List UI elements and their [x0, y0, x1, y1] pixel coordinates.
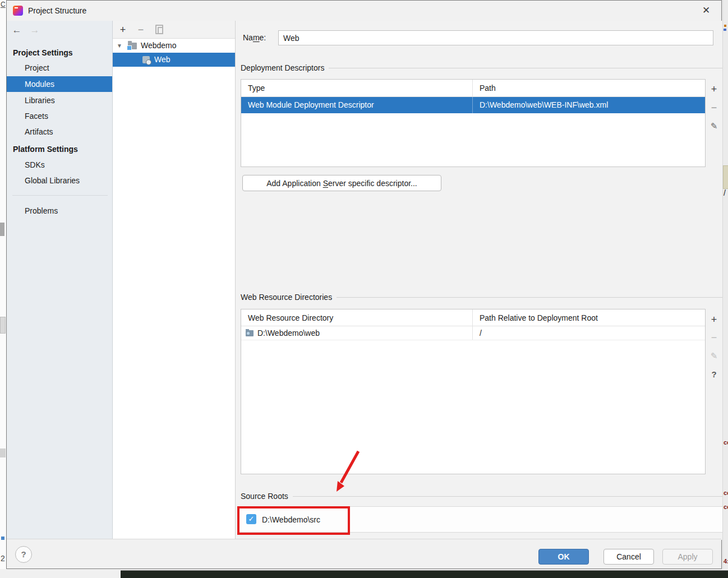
dialog-title: Project Structure	[28, 1, 86, 21]
column-header-path-relative[interactable]: Path Relative to Deployment Root	[472, 309, 705, 326]
background-taskbar	[121, 570, 728, 578]
source-root-row[interactable]: ✓ D:\Webdemo\src	[237, 506, 722, 533]
background-fragment: 2	[1, 554, 5, 563]
sidebar-item-global-libraries[interactable]: Global Libraries	[7, 173, 112, 188]
background-fragment	[0, 223, 4, 236]
cancel-button[interactable]: Cancel	[603, 549, 654, 565]
background-fragment	[0, 317, 6, 334]
background-fragment: C	[1, 1, 6, 8]
name-label: Name:	[243, 30, 266, 45]
apply-button: Apply	[662, 549, 713, 565]
background-fragment: co	[724, 503, 728, 510]
column-header-web-resource-directory[interactable]: Web Resource Directory	[241, 309, 472, 326]
background-fragment	[724, 29, 726, 31]
tree-row-web[interactable]: Web	[113, 53, 235, 67]
resource-rel-path-cell: /	[472, 326, 705, 340]
edit-descriptor-icon[interactable]: ✎	[708, 121, 720, 132]
sidebar-item-artifacts[interactable]: Artifacts	[7, 124, 112, 140]
section-rule	[293, 496, 722, 497]
resource-dir-cell: D:\Webdemo\web	[257, 329, 320, 337]
module-tree-panel: + − ▼ Webdemo Web	[113, 21, 236, 540]
source-root-path: D:\Webdemo\src	[262, 507, 320, 533]
dialog-footer: ? OK Cancel Apply	[7, 539, 721, 568]
column-header-type[interactable]: Type	[241, 80, 472, 96]
copy-module-icon[interactable]	[158, 27, 163, 34]
table-row-web-xml[interactable]: Web Module Deployment Descriptor D:\Webd…	[241, 97, 705, 113]
forward-arrow-icon: →	[29, 24, 41, 36]
dialog-titlebar: Project Structure ✕	[7, 1, 721, 21]
add-descriptor-icon[interactable]: +	[708, 84, 720, 95]
tree-row-webdemo[interactable]: ▼ Webdemo	[113, 39, 235, 53]
web-facet-icon	[142, 56, 150, 63]
source-roots-section-header: Source Roots	[241, 491, 722, 502]
tree-label-webdemo: Webdemo	[141, 39, 177, 53]
table-row-web-dir[interactable]: D:\Webdemo\web /	[241, 326, 705, 340]
module-settings-panel: Name: Deployment Descriptors Type Path W…	[236, 21, 722, 540]
chevron-down-icon[interactable]: ▼	[117, 39, 122, 53]
project-structure-dialog: Project Structure ✕ ← → Project Settings…	[6, 0, 722, 569]
sidebar-item-problems[interactable]: Problems	[7, 203, 112, 219]
web-resource-directories-table: Web Resource Directory Path Relative to …	[241, 309, 706, 474]
remove-descriptor-icon[interactable]: −	[708, 102, 720, 113]
section-title: Web Resource Directories	[241, 293, 337, 302]
background-fragment: 4:	[724, 558, 728, 565]
tree-label-web: Web	[154, 53, 171, 67]
table-header-row: Web Resource Directory Path Relative to …	[241, 309, 705, 326]
section-rule	[329, 68, 722, 68]
sidebar-item-modules[interactable]: Modules	[7, 76, 112, 92]
column-header-path[interactable]: Path	[472, 80, 705, 96]
web-folder-icon	[246, 330, 254, 336]
deployment-descriptors-table: Type Path Web Module Deployment Descript…	[241, 79, 706, 167]
section-title: Deployment Descriptors	[241, 63, 329, 72]
table-header-row: Type Path	[241, 80, 705, 97]
source-root-checkbox[interactable]: ✓	[246, 514, 256, 524]
background-fragment: co	[724, 439, 728, 446]
background-fragment	[0, 448, 6, 457]
remove-resource-dir-icon[interactable]: −	[708, 332, 720, 343]
add-resource-dir-icon[interactable]: +	[708, 314, 720, 325]
sidebar-item-sdks[interactable]: SDKs	[7, 157, 112, 173]
module-name-input[interactable]	[278, 30, 713, 45]
sidebar-header-project-settings: Project Settings	[7, 47, 112, 58]
sidebar-separator	[12, 195, 108, 196]
background-left-strip: C 2	[0, 0, 6, 569]
background-fragment	[724, 25, 726, 27]
background-bottom-strip	[0, 569, 728, 578]
web-resource-directories-section-header: Web Resource Directories	[241, 292, 722, 303]
sidebar-item-facets[interactable]: Facets	[7, 108, 112, 124]
background-fragment	[1, 537, 4, 540]
background-right-strip: / co co co 4:	[722, 0, 728, 569]
sidebar-item-libraries[interactable]: Libraries	[7, 93, 112, 108]
sidebar-header-platform-settings: Platform Settings	[7, 144, 112, 155]
section-title: Source Roots	[241, 492, 293, 501]
section-rule	[337, 297, 722, 298]
help-resource-dir-icon[interactable]: ?	[708, 369, 720, 380]
deployment-descriptors-section-header: Deployment Descriptors	[241, 62, 722, 73]
close-icon[interactable]: ✕	[700, 4, 712, 17]
descriptor-path-cell: D:\Webdemo\web\WEB-INF\web.xml	[472, 97, 705, 113]
add-module-icon[interactable]: +	[117, 21, 128, 39]
descriptor-type-cell: Web Module Deployment Descriptor	[241, 97, 472, 113]
ok-button[interactable]: OK	[538, 549, 589, 565]
edit-resource-dir-icon[interactable]: ✎	[708, 350, 720, 362]
module-icon	[128, 43, 137, 49]
add-app-server-descriptor-button[interactable]: Add Application Server specific descript…	[242, 175, 441, 191]
tree-toolbar: + −	[113, 21, 235, 39]
back-arrow-icon[interactable]: ←	[11, 24, 23, 36]
background-fragment: /	[724, 188, 726, 197]
settings-sidebar: ← → Project Settings Project Modules Lib…	[7, 21, 113, 540]
help-button[interactable]: ?	[15, 546, 32, 563]
sidebar-item-project[interactable]: Project	[7, 60, 112, 76]
background-fragment	[723, 165, 728, 189]
intellij-logo-icon	[13, 6, 23, 16]
background-fragment: co	[724, 489, 728, 496]
remove-module-icon[interactable]: −	[135, 21, 146, 39]
